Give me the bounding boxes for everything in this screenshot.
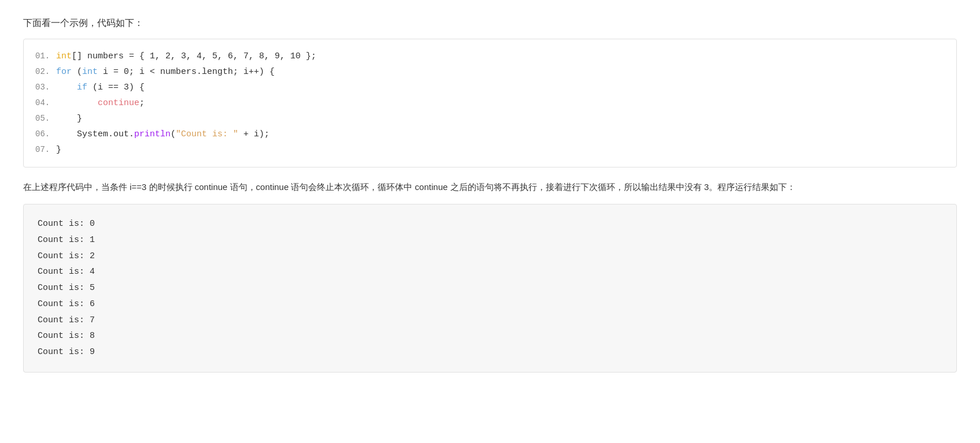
code-text: ("Count is: " + i); bbox=[171, 129, 269, 139]
code-content-5: } bbox=[56, 111, 945, 126]
line-num-4: 04. bbox=[35, 96, 56, 110]
code-text bbox=[56, 98, 98, 108]
line-num-2: 02. bbox=[35, 65, 56, 79]
keyword-int-type: int bbox=[56, 51, 72, 61]
output-line-0: Count is: 0 bbox=[38, 216, 942, 232]
code-line-5: 05. } bbox=[35, 111, 945, 126]
code-content-2: for (int i = 0; i < numbers.length; i++)… bbox=[56, 64, 945, 80]
code-text: i = 0; i < numbers.length; i++) { bbox=[98, 67, 275, 77]
code-content-1: int[] numbers = { 1, 2, 3, 4, 5, 6, 7, 8… bbox=[56, 49, 945, 64]
code-line-7: 07. } bbox=[35, 142, 945, 158]
code-text: } bbox=[56, 145, 61, 155]
output-line-6: Count is: 6 bbox=[38, 296, 942, 312]
code-text: System.out. bbox=[56, 129, 134, 139]
method-println: println bbox=[134, 129, 171, 139]
line-num-6: 06. bbox=[35, 127, 56, 142]
code-text: ( bbox=[72, 67, 82, 77]
line-num-1: 01. bbox=[35, 49, 56, 64]
code-text: } bbox=[56, 114, 82, 124]
keyword-continue: continue bbox=[98, 98, 139, 108]
output-block: Count is: 0 Count is: 1 Count is: 2 Coun… bbox=[23, 204, 957, 373]
output-line-2: Count is: 2 bbox=[38, 248, 942, 265]
code-text bbox=[56, 83, 77, 92]
code-text: ; bbox=[139, 98, 145, 108]
output-line-5: Count is: 5 bbox=[38, 280, 942, 296]
code-line-2: 02. for (int i = 0; i < numbers.length; … bbox=[35, 64, 945, 80]
code-content-4: continue; bbox=[56, 95, 945, 111]
explanation-text: 在上述程序代码中，当条件 i==3 的时候执行 continue 语句，cont… bbox=[23, 179, 957, 195]
keyword-if: if bbox=[77, 83, 87, 92]
code-line-4: 04. continue; bbox=[35, 95, 945, 111]
keyword-int: int bbox=[82, 67, 98, 77]
output-line-7: Count is: 7 bbox=[38, 312, 942, 329]
intro-text: 下面看一个示例，代码如下： bbox=[23, 17, 957, 29]
code-content-6: System.out.println("Count is: " + i); bbox=[56, 126, 945, 142]
output-line-9: Count is: 9 bbox=[38, 344, 942, 360]
output-line-8: Count is: 8 bbox=[38, 328, 942, 344]
code-block: 01. int[] numbers = { 1, 2, 3, 4, 5, 6, … bbox=[23, 39, 957, 167]
output-line-1: Count is: 1 bbox=[38, 232, 942, 248]
line-num-5: 05. bbox=[35, 111, 56, 126]
code-line-1: 01. int[] numbers = { 1, 2, 3, 4, 5, 6, … bbox=[35, 49, 945, 64]
code-line-3: 03. if (i == 3) { bbox=[35, 80, 945, 95]
keyword-for: for bbox=[56, 67, 72, 77]
code-line-6: 06. System.out.println("Count is: " + i)… bbox=[35, 126, 945, 142]
code-content-7: } bbox=[56, 142, 945, 158]
code-text: [] numbers = { 1, 2, 3, 4, 5, 6, 7, 8, 9… bbox=[72, 51, 316, 61]
line-num-7: 07. bbox=[35, 143, 56, 157]
line-num-3: 03. bbox=[35, 80, 56, 95]
code-content-3: if (i == 3) { bbox=[56, 80, 945, 95]
output-line-4: Count is: 4 bbox=[38, 264, 942, 280]
code-text: (i == 3) { bbox=[87, 83, 145, 92]
